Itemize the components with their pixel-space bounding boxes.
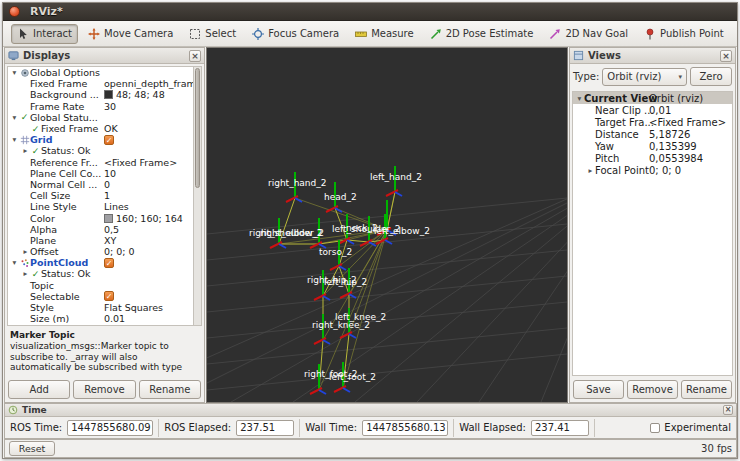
time-field-input[interactable]: 1447855680.13 — [362, 420, 448, 436]
experimental-label: Experimental — [664, 422, 731, 433]
tree-row-pointcloud[interactable]: ▾PointCloud✓ — [8, 257, 201, 268]
tool-nav-goal-button[interactable]: 2D Nav Goal — [543, 24, 634, 44]
views-rename-button[interactable]: Rename — [681, 380, 732, 399]
displays-remove-button[interactable]: Remove — [73, 380, 135, 399]
enabled-checkbox[interactable]: ✓ — [104, 258, 114, 268]
3d-viewport-canvas[interactable]: head_2neck_2left_hand_2right_hand_2left_… — [207, 48, 567, 402]
options-icon — [19, 68, 30, 78]
tree-row-color[interactable]: Color160; 160; 164 — [8, 212, 201, 223]
displays-panel-header[interactable]: Displays × — [5, 48, 204, 64]
displays-panel-title: Displays — [23, 50, 70, 61]
window-close-button[interactable] — [9, 6, 20, 17]
tree-row-normal-cell-[interactable]: Normal Cell ...0 — [8, 179, 201, 190]
reset-button[interactable]: Reset — [9, 441, 55, 456]
expander-open-icon[interactable]: ▾ — [575, 94, 584, 103]
tool-pose-estimate-button[interactable]: 2D Pose Estimate — [424, 24, 540, 44]
tree-row-cell-size[interactable]: Cell Size1 — [8, 190, 201, 201]
titlebar[interactable]: RViz* — [3, 3, 737, 21]
tree-row-frame-rate[interactable]: Frame Rate30 — [8, 101, 201, 112]
tree-row-near-clip-[interactable]: Near Clip ...0,01 — [573, 104, 732, 116]
time-field-input[interactable]: 237.41 — [531, 420, 589, 436]
tree-row-reference-fr-[interactable]: Reference Fr...<Fixed Frame> — [8, 157, 201, 168]
property-value: 160; 160; 164 — [116, 213, 183, 224]
tool-measure-button[interactable]: Measure — [349, 24, 420, 44]
tree-row-topic[interactable]: Topic — [8, 280, 201, 291]
views-remove-button[interactable]: Remove — [627, 380, 678, 399]
tool-focus-camera-button[interactable]: Focus Camera — [246, 24, 345, 44]
property-name: Yaw — [595, 141, 614, 152]
color-swatch — [104, 214, 113, 223]
property-value: 0 — [104, 179, 110, 190]
tree-row-status-ok[interactable]: ▸✓Status: Ok — [8, 145, 201, 156]
expander-open-icon[interactable]: ▾ — [10, 113, 19, 122]
expander-closed-icon[interactable]: ▸ — [21, 247, 30, 256]
property-name: Plane — [30, 235, 56, 246]
expander-open-icon[interactable]: ▾ — [10, 135, 19, 144]
experimental-checkbox[interactable] — [650, 423, 660, 433]
tree-row-yaw[interactable]: Yaw0,135399 — [573, 140, 732, 152]
expander-open-icon[interactable]: ▾ — [10, 68, 19, 77]
time-panel-header[interactable]: Time × — [5, 404, 736, 417]
tool-add-tool-button[interactable] — [734, 24, 740, 44]
displays-panel: Displays × ▾Global OptionsFixed Frameope… — [4, 47, 205, 403]
tree-row-plane[interactable]: PlaneXY — [8, 235, 201, 246]
expander-closed-icon[interactable]: ▸ — [21, 146, 30, 155]
time-close-button[interactable]: × — [723, 405, 733, 415]
tree-row-status-ok[interactable]: ▸✓Status: Ok — [8, 268, 201, 279]
views-save-button[interactable]: Save — [573, 380, 624, 399]
tree-row-grid[interactable]: ▾Grid✓ — [8, 134, 201, 145]
property-value-cell: <Fixed Frame> — [104, 157, 177, 168]
property-name: Color — [30, 213, 55, 224]
3d-viewport[interactable]: head_2neck_2left_hand_2right_hand_2left_… — [206, 47, 568, 403]
displays-add-button[interactable]: Add — [8, 380, 70, 399]
time-field-input[interactable]: 1447855680.09 — [67, 420, 153, 436]
displays-icon — [8, 50, 19, 61]
tree-row-size-m-[interactable]: Size (m)0.01 — [8, 313, 201, 324]
tree-row-alpha[interactable]: Alpha0,5 — [8, 224, 201, 235]
zero-button[interactable]: Zero — [690, 67, 732, 86]
time-field-value: 237.41 — [535, 422, 570, 433]
enabled-checkbox[interactable]: ✓ — [104, 291, 114, 301]
tree-row-style[interactable]: StyleFlat Squares — [8, 302, 201, 313]
tool-move-camera-button[interactable]: Move Camera — [82, 24, 179, 44]
property-help-box: Marker Topic visualization_msgs::Marker … — [7, 328, 202, 378]
view-type-select[interactable]: Orbit (rviz) ▾ — [602, 68, 687, 86]
property-name: Fixed Frame — [30, 78, 87, 89]
enabled-checkbox[interactable]: ✓ — [104, 135, 114, 145]
tree-row-fixed-frame[interactable]: Fixed Frameopenni_depth_frame — [8, 78, 201, 89]
time-field-input[interactable]: 237.51 — [236, 420, 294, 436]
tree-row-selectable[interactable]: Selectable✓ — [8, 291, 201, 302]
views-close-button[interactable]: × — [720, 50, 732, 62]
tree-row-offset[interactable]: ▸Offset0; 0; 0 — [8, 246, 201, 257]
tree-row-current-view[interactable]: ▾Current ViewOrbit (rviz) — [573, 92, 732, 104]
tree-row-fixed-frame[interactable]: ✓Fixed FrameOK — [8, 123, 201, 134]
property-name: Frame Rate — [30, 101, 84, 112]
tool-select-button[interactable]: Select — [183, 24, 242, 44]
property-name: Focal Point — [595, 165, 649, 176]
views-panel-header[interactable]: Views × — [570, 48, 735, 64]
tree-row-plane-cell-co-[interactable]: Plane Cell Co...10 — [8, 168, 201, 179]
scrollbar-thumb[interactable] — [195, 68, 200, 188]
tree-row-background-[interactable]: Background ...48; 48; 48 — [8, 89, 201, 100]
property-value: 0,0553984 — [649, 153, 703, 164]
tree-row-distance[interactable]: Distance5,18726 — [573, 128, 732, 140]
rviz-window: RViz* InteractMove CameraSelectFocus Cam… — [2, 2, 738, 459]
displays-scrollbar[interactable] — [193, 67, 201, 325]
tree-row-line-style[interactable]: Line StyleLines — [8, 201, 201, 212]
help-text: visualization_msgs::Marker topic to subs… — [10, 341, 199, 373]
tree-row-pitch[interactable]: Pitch0,0553984 — [573, 152, 732, 164]
property-value-cell: ✓ — [104, 258, 114, 268]
displays-rename-button[interactable]: Rename — [139, 380, 201, 399]
displays-close-button[interactable]: × — [189, 50, 201, 62]
property-value-cell: 0; 0; 0 — [104, 246, 135, 257]
tree-row-global-options[interactable]: ▾Global Options — [8, 67, 201, 78]
tool-label: 2D Pose Estimate — [446, 28, 534, 39]
tool-publish-point-button[interactable]: Publish Point — [638, 24, 730, 44]
tree-row-focal-point[interactable]: ▸Focal Point0; 0; 0 — [573, 164, 732, 176]
expander-closed-icon[interactable]: ▸ — [586, 166, 595, 175]
tree-row-target-fra-[interactable]: Target Fra...<Fixed Frame> — [573, 116, 732, 128]
tool-interact-button[interactable]: Interact — [11, 24, 78, 44]
expander-closed-icon[interactable]: ▸ — [21, 269, 30, 278]
tree-row-global-statu-[interactable]: ▾✓Global Statu... — [8, 112, 201, 123]
expander-open-icon[interactable]: ▾ — [10, 258, 19, 267]
